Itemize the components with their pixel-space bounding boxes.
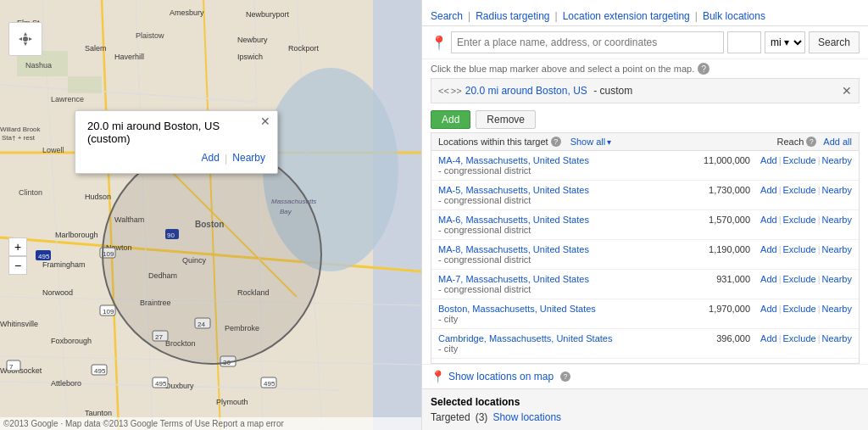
row-type: - congressional district (438, 165, 665, 176)
show-on-map-link[interactable]: 📍 Show locations on map (431, 370, 554, 383)
svg-text:Taunton: Taunton (85, 409, 112, 417)
selected-row: Targeted (3) Show locations (431, 411, 860, 423)
row-type: - congressional district (438, 225, 665, 235)
svg-text:Marlborough: Marlborough (55, 231, 98, 239)
nav-left-icon[interactable]: << (438, 86, 449, 96)
selected-title: Selected locations (431, 396, 860, 408)
svg-text:Newburyport: Newburyport (246, 10, 290, 19)
unit-select[interactable]: mi ▾ km (765, 31, 805, 53)
location-link[interactable]: MA-6, Massachusetts, United States (438, 215, 589, 225)
radius-circle (102, 144, 322, 365)
map-area[interactable]: Elm St Amesbury Plaistow Newburyport New… (0, 0, 421, 430)
zoom-in-button[interactable]: + (8, 237, 27, 256)
tooltip-add-link[interactable]: Add (202, 152, 220, 165)
row-add-link[interactable]: Add (760, 185, 777, 195)
tooltip-separator: | (225, 152, 227, 165)
svg-text:495: 495 (155, 380, 167, 388)
show-locations-link[interactable]: Show locations (492, 411, 561, 423)
row-location-cell: MA-6, Massachusetts, United States - con… (438, 215, 665, 235)
map-zoom-controls[interactable]: + − (8, 237, 27, 275)
remove-button[interactable]: Remove (476, 110, 536, 129)
col-reach: Reach ? (732, 137, 816, 147)
col-location-help-icon[interactable]: ? (551, 137, 561, 147)
svg-text:Plymouth: Plymouth (216, 398, 248, 406)
tab-radius[interactable]: Radius targeting (476, 7, 549, 25)
row-exclude-link[interactable]: Exclude (783, 333, 816, 343)
location-link[interactable]: MA-8, Massachusetts, United States (438, 244, 589, 254)
row-nearby-link[interactable]: Nearby (822, 215, 852, 225)
svg-text:Amesbury: Amesbury (170, 8, 204, 17)
location-link[interactable]: Cambridge, Massachusetts, United States (438, 333, 612, 343)
radius-custom-text: - custom (591, 85, 632, 97)
row-exclude-link[interactable]: Exclude (783, 244, 816, 254)
table-header: Locations within this target ? Show all … (431, 133, 859, 151)
row-location-cell: MA-7, Massachusetts, United States - con… (438, 274, 665, 294)
tab-location-ext[interactable]: Location extension targeting (563, 7, 690, 25)
zoom-out-button[interactable]: − (8, 256, 27, 275)
row-reach: 931,000 (665, 274, 750, 284)
row-type: - city (438, 343, 665, 354)
row-add-link[interactable]: Add (760, 244, 777, 254)
search-button[interactable]: Search (809, 31, 860, 53)
svg-text:495: 495 (264, 380, 275, 388)
col-reach-help-icon[interactable]: ? (806, 137, 816, 147)
svg-text:495: 495 (38, 253, 50, 260)
svg-marker-85 (29, 37, 32, 41)
radius-close-button[interactable]: ✕ (842, 84, 852, 98)
tabs-bar: Search | Radius targeting | Location ext… (422, 0, 868, 26)
location-link[interactable]: MA-7, Massachusetts, United States (438, 274, 589, 284)
location-search-input[interactable] (451, 31, 724, 53)
row-add-link[interactable]: Add (760, 333, 777, 343)
location-link[interactable]: MA-5, Massachusetts, United States (438, 185, 589, 195)
show-on-map-help-icon[interactable]: ? (560, 371, 570, 382)
row-type: - congressional district (438, 254, 665, 265)
svg-text:109: 109 (103, 308, 114, 316)
tab-search[interactable]: Search (431, 7, 463, 25)
row-actions: Add|Exclude|Nearby (750, 274, 852, 284)
row-type: - congressional district (438, 195, 665, 205)
location-link[interactable]: MA-4, Massachusetts, United States (438, 155, 589, 165)
svg-marker-84 (19, 37, 22, 41)
svg-text:Duxbury: Duxbury (165, 382, 194, 390)
row-actions: Add|Exclude|Nearby (750, 185, 852, 195)
svg-text:Norwood: Norwood (42, 288, 73, 297)
map-navigation-control[interactable] (8, 22, 42, 56)
row-add-link[interactable]: Add (760, 304, 777, 314)
row-exclude-link[interactable]: Exclude (783, 155, 816, 165)
row-exclude-link[interactable]: Exclude (783, 215, 816, 225)
show-all-dropdown[interactable]: Show all (570, 137, 612, 147)
location-link[interactable]: Boston, Massachusetts, United States (438, 304, 596, 314)
row-nearby-link[interactable]: Nearby (822, 155, 852, 165)
row-add-link[interactable]: Add (760, 274, 777, 284)
row-location-cell: MA-8, Massachusetts, United States - con… (438, 244, 665, 265)
row-add-link[interactable]: Add (760, 155, 777, 165)
table-row: MA-4, Massachusetts, United States - con… (431, 151, 859, 181)
add-button[interactable]: Add (431, 110, 470, 129)
tooltip-close-button[interactable]: ✕ (260, 114, 270, 128)
nav-right-icon[interactable]: >> (451, 86, 462, 96)
svg-text:Sta† + rest: Sta† + rest (2, 134, 36, 142)
row-reach: 1,970,000 (665, 304, 750, 314)
svg-text:Newbury: Newbury (237, 36, 268, 44)
row-nearby-link[interactable]: Nearby (822, 244, 852, 254)
row-nearby-link[interactable]: Nearby (822, 185, 852, 195)
row-nearby-link[interactable]: Nearby (822, 274, 852, 284)
hint-help-icon[interactable]: ? (698, 63, 709, 75)
map-pin-blue-icon: 📍 (431, 370, 445, 383)
distance-input[interactable]: 20 (727, 31, 761, 53)
svg-text:Rockport: Rockport (288, 44, 320, 53)
tooltip-nearby-link[interactable]: Nearby (232, 152, 265, 165)
tab-bulk[interactable]: Bulk locations (703, 7, 765, 25)
add-all-button[interactable]: Add all (823, 137, 852, 147)
row-nearby-link[interactable]: Nearby (822, 333, 852, 343)
row-exclude-link[interactable]: Exclude (783, 185, 816, 195)
nav-arrows[interactable]: << >> (438, 86, 462, 96)
svg-text:Nashua: Nashua (25, 61, 52, 70)
svg-text:Foxborough: Foxborough (51, 337, 92, 345)
show-on-map: 📍 Show locations on map ? (422, 364, 868, 388)
row-exclude-link[interactable]: Exclude (783, 304, 816, 314)
row-exclude-link[interactable]: Exclude (783, 274, 816, 284)
row-nearby-link[interactable]: Nearby (822, 304, 852, 314)
table-row: Cambridge, Massachusetts, United States … (431, 329, 859, 359)
row-add-link[interactable]: Add (760, 215, 777, 225)
